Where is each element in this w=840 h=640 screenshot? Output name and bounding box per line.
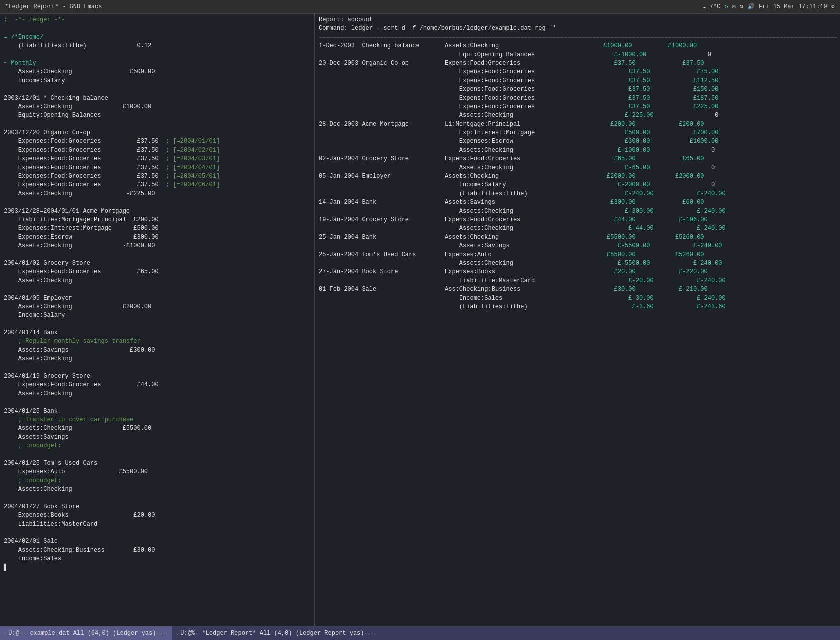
editor-content: ; -*- ledger -*- = /*Income/ (Liabilitie… [4,16,310,572]
weather-display: ☁ 7°C [702,3,720,10]
main-area: ; -*- ledger -*- = /*Income/ (Liabilitie… [0,14,840,626]
datetime-display: Fri 15 Mar 17:11:19 [759,4,828,10]
statusbar-left: -U:@-- example.dat All (64,0) (Ledger ya… [0,626,172,640]
settings-icon[interactable]: ⚙ [832,3,835,10]
left-editor-pane[interactable]: ; -*- ledger -*- = /*Income/ (Liabilitie… [0,14,315,626]
mail-icon: ✉ [732,3,736,10]
network-icon: ⇅ [740,3,744,10]
statusbar: -U:@-- example.dat All (64,0) (Ledger ya… [0,626,840,640]
statusbar-right-text: -U:@%- *Ledger Report* All (4,0) (Ledger… [177,630,375,637]
titlebar-right: ☁ 7°C ↻ ✉ ⇅ 🔊 Fri 15 Mar 17:11:19 ⚙ [702,3,835,10]
statusbar-left-text: -U:@-- example.dat All (64,0) (Ledger ya… [5,630,167,637]
volume-icon: 🔊 [748,3,755,10]
right-report-pane: Report: account Command: ledger --sort d… [315,14,840,626]
statusbar-right: -U:@%- *Ledger Report* All (4,0) (Ledger… [172,626,840,640]
titlebar: *Ledger Report* - GNU Emacs ☁ 7°C ↻ ✉ ⇅ … [0,0,840,14]
report-header-line: Report: account Command: ledger --sort d… [319,16,836,312]
titlebar-title: *Ledger Report* - GNU Emacs [5,4,102,10]
refresh-icon: ↻ [724,3,728,10]
